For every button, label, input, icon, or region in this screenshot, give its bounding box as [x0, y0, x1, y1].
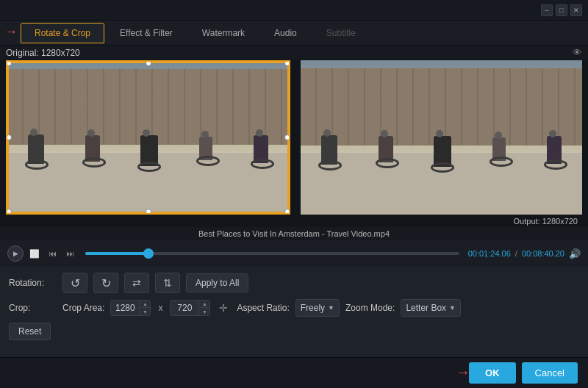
cancel-button[interactable]: Cancel — [522, 362, 578, 384]
next-frame-button[interactable]: ⏭ — [63, 247, 76, 260]
close-button[interactable]: ✕ — [570, 4, 582, 16]
stop-button[interactable]: ⬜ — [28, 247, 41, 260]
prev-frame-button[interactable]: ⏮ — [46, 247, 59, 260]
rotate-left-button[interactable]: ↺ — [62, 273, 87, 293]
crop-label: Crop: — [9, 303, 57, 313]
crop-width-input-wrap: ▲ ▼ — [110, 300, 151, 316]
ok-button[interactable]: OK — [469, 362, 516, 384]
tab-arrow-indicator: → — [4, 24, 18, 40]
filename: Best Places to Visit In Amsterdam - Trav… — [198, 229, 390, 238]
apply-to-all-button[interactable]: Apply to All — [186, 273, 248, 292]
seek-fill — [85, 252, 148, 255]
bottom-bar: → OK Cancel — [0, 357, 588, 388]
title-bar: – □ ✕ — [0, 0, 588, 21]
ok-arrow-indicator: → — [456, 364, 470, 381]
move-icon[interactable]: ✛ — [219, 302, 228, 314]
rotation-row: Rotation: ↺ ↻ ⇄ ⇅ Apply to All — [9, 273, 579, 293]
crop-width-spinners: ▲ ▼ — [139, 301, 150, 315]
zoom-dropdown-arrow: ▼ — [449, 304, 456, 312]
crop-height-up[interactable]: ▲ — [199, 301, 209, 308]
output-label: Output: 1280x720 — [514, 217, 578, 226]
filename-bar: Best Places to Visit In Amsterdam - Trav… — [0, 227, 588, 240]
minimize-button[interactable]: – — [541, 4, 553, 16]
crop-width-down[interactable]: ▼ — [140, 308, 150, 315]
rotate-right-icon: ↻ — [101, 276, 111, 290]
time-total: 00:08:40.20 — [522, 249, 564, 258]
tab-bar: → Rotate & Crop Effect & Filter Watermar… — [0, 21, 588, 46]
seek-bar[interactable] — [85, 252, 459, 255]
flip-v-icon: ⇅ — [163, 277, 172, 289]
video-info-bar: Original: 1280x720 👁 — [0, 46, 588, 60]
playback-bar: ▶ ⬜ ⏮ ⏭ 00:01:24.06 / 00:08:40.20 🔊 — [0, 240, 588, 267]
crop-height-input-wrap: ▲ ▼ — [170, 300, 210, 316]
tab-effect-filter[interactable]: Effect & Filter — [106, 23, 187, 43]
output-bar: Output: 1280x720 — [0, 215, 588, 227]
original-label: Original: 1280x720 — [6, 48, 80, 58]
tab-audio[interactable]: Audio — [260, 23, 311, 43]
zoom-mode-dropdown[interactable]: Letter Box ▼ — [401, 299, 461, 317]
crop-height-spinners: ▲ ▼ — [198, 301, 209, 315]
right-preview — [301, 60, 582, 215]
tab-watermark[interactable]: Watermark — [188, 23, 259, 43]
maximize-button[interactable]: □ — [556, 4, 567, 16]
aspect-ratio-label: Aspect Ratio: — [237, 303, 289, 313]
crop-width-up[interactable]: ▲ — [140, 301, 150, 308]
flip-vertical-button[interactable]: ⇅ — [155, 273, 180, 293]
time-current: 00:01:24.06 — [468, 249, 511, 258]
reset-button[interactable]: Reset — [9, 323, 51, 340]
aspect-ratio-dropdown[interactable]: Freely ▼ — [295, 299, 340, 317]
time-separator: / — [515, 249, 517, 258]
aspect-ratio-value: Freely — [301, 303, 325, 313]
play-button[interactable]: ▶ — [7, 245, 24, 262]
tab-rotate-crop[interactable]: Rotate & Crop — [21, 23, 104, 43]
preview-divider — [293, 60, 298, 215]
aspect-dropdown-arrow: ▼ — [328, 304, 334, 312]
preview-area — [0, 60, 588, 215]
flip-horizontal-button[interactable]: ⇄ — [124, 273, 149, 293]
zoom-mode-value: Letter Box — [406, 303, 446, 313]
crop-height-input[interactable] — [171, 301, 198, 315]
rotate-left-icon: ↺ — [71, 276, 80, 290]
crop-area-label: Crop Area: — [62, 303, 104, 313]
rotate-right-button[interactable]: ↻ — [93, 273, 118, 293]
crop-row: Crop: Crop Area: ▲ ▼ x ▲ ▼ ✛ Aspect Rati… — [9, 299, 579, 317]
eye-icon[interactable]: 👁 — [573, 47, 582, 58]
seek-thumb[interactable] — [143, 248, 154, 259]
controls-section: Rotation: ↺ ↻ ⇄ ⇅ Apply to All Crop: Cro… — [0, 267, 588, 346]
dimension-separator: x — [158, 303, 162, 313]
crop-height-down[interactable]: ▼ — [199, 308, 209, 315]
rotation-label: Rotation: — [9, 278, 57, 288]
flip-h-icon: ⇄ — [132, 277, 141, 289]
zoom-mode-label: Zoom Mode: — [345, 303, 395, 313]
volume-icon[interactable]: 🔊 — [569, 248, 581, 259]
tab-subtitle: Subtitle — [312, 23, 370, 43]
crop-width-input[interactable] — [111, 301, 139, 315]
left-preview — [6, 60, 290, 215]
